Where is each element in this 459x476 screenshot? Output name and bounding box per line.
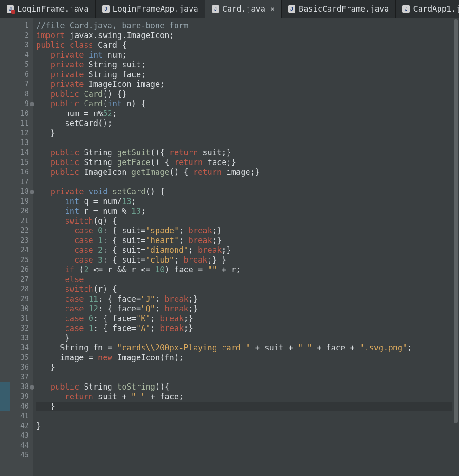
line-number[interactable]: 9: [0, 99, 33, 109]
line-number[interactable]: 10: [0, 109, 33, 119]
code-line[interactable]: if (2 <= r && r <= 10) face = "" + r;: [36, 265, 452, 275]
line-number[interactable]: 23: [0, 236, 33, 245]
close-icon[interactable]: ✕: [269, 5, 275, 13]
code-line[interactable]: int r = num % 13;: [36, 206, 452, 216]
code-line[interactable]: switch(r) {: [36, 284, 452, 294]
code-line[interactable]: public class Card {: [36, 40, 452, 50]
code-line[interactable]: case 1: { suit="heart"; break;}: [36, 236, 452, 245]
line-number[interactable]: 38: [0, 382, 33, 392]
code-line[interactable]: [36, 138, 452, 148]
line-number[interactable]: 3: [0, 40, 33, 50]
code-line[interactable]: String fn = "cards\\200px-Playing_card_"…: [36, 343, 452, 353]
fold-marker-icon[interactable]: [30, 385, 34, 390]
code-line[interactable]: }: [36, 333, 452, 343]
code-line[interactable]: setCard();: [36, 119, 452, 128]
code-line[interactable]: [36, 177, 452, 187]
line-number[interactable]: 1: [0, 21, 33, 31]
line-number[interactable]: 15: [0, 158, 33, 167]
fold-marker-icon[interactable]: [30, 190, 34, 194]
line-number[interactable]: 26: [0, 265, 33, 275]
code-line[interactable]: }: [36, 363, 452, 372]
tab-loginframeapp-java[interactable]: JLoginFrameApp.java: [96, 0, 205, 18]
code-line[interactable]: private void setCard() {: [36, 187, 452, 197]
line-number[interactable]: 42: [0, 421, 33, 431]
code-area[interactable]: //file Card.java, bare-bone formimport j…: [33, 18, 452, 476]
code-line[interactable]: public String getFace() { return face;}: [36, 158, 452, 167]
line-number[interactable]: 14: [0, 148, 33, 158]
line-number[interactable]: 34: [0, 343, 33, 353]
line-number[interactable]: 22: [0, 226, 33, 236]
code-line[interactable]: }: [36, 421, 452, 431]
line-number[interactable]: 7: [0, 79, 33, 89]
code-line[interactable]: case 0: { suit="spade"; break;}: [36, 226, 452, 236]
fold-marker-icon[interactable]: [30, 102, 34, 106]
line-number[interactable]: 45: [0, 450, 33, 460]
code-line[interactable]: case 0: { face="K"; break;}: [36, 314, 452, 324]
code-line[interactable]: case 12: { face="Q"; break;}: [36, 304, 452, 314]
line-number[interactable]: 40: [0, 402, 33, 411]
code-line[interactable]: case 1: { face="A"; break;}: [36, 324, 452, 333]
code-line[interactable]: public ImageIcon getImage() { return ima…: [36, 167, 452, 177]
code-line[interactable]: }: [36, 402, 452, 411]
line-number[interactable]: 24: [0, 245, 33, 255]
tab-loginframe-java[interactable]: JLoginFrame.java: [0, 0, 96, 18]
code-line[interactable]: image = new ImageIcon(fn);: [36, 353, 452, 363]
line-number[interactable]: 35: [0, 353, 33, 363]
code-line[interactable]: [36, 450, 452, 460]
code-line[interactable]: //file Card.java, bare-bone form: [36, 21, 452, 31]
line-number[interactable]: 43: [0, 431, 33, 441]
vertical-scrollbar[interactable]: [452, 18, 459, 476]
tab-card-java[interactable]: JCard.java✕: [205, 0, 282, 18]
code-line[interactable]: [36, 431, 452, 441]
line-number[interactable]: 25: [0, 255, 33, 265]
code-line[interactable]: case 3: { suit="club"; break;} }: [36, 255, 452, 265]
line-number[interactable]: 41: [0, 411, 33, 421]
code-line[interactable]: private String suit;: [36, 60, 452, 70]
line-number[interactable]: 39: [0, 392, 33, 402]
line-number[interactable]: 5: [0, 60, 33, 70]
code-line[interactable]: [36, 441, 452, 450]
line-number[interactable]: 19: [0, 197, 33, 206]
line-number[interactable]: 30: [0, 304, 33, 314]
code-line[interactable]: return suit + " " + face;: [36, 392, 452, 402]
scrollbar-thumb[interactable]: [454, 19, 458, 423]
code-line[interactable]: private String face;: [36, 70, 452, 79]
tab-basiccardframe-java[interactable]: JBasicCardFrame.java: [282, 0, 396, 18]
code-line[interactable]: [36, 411, 452, 421]
code-line[interactable]: public Card() {}: [36, 89, 452, 99]
code-line[interactable]: public String getSuit(){ return suit;}: [36, 148, 452, 158]
code-line[interactable]: int q = num/13;: [36, 197, 452, 206]
code-line[interactable]: }: [36, 128, 452, 138]
line-number[interactable]: 16: [0, 167, 33, 177]
line-number[interactable]: 27: [0, 275, 33, 284]
line-number[interactable]: 12: [0, 128, 33, 138]
code-line[interactable]: private ImageIcon image;: [36, 79, 452, 89]
code-line[interactable]: num = n%52;: [36, 109, 452, 119]
tab-cardapp1-java[interactable]: JCardApp1.java: [396, 0, 459, 18]
code-line[interactable]: case 11: { face="J"; break;}: [36, 294, 452, 304]
code-line[interactable]: case 2: { suit="diamond"; break;}: [36, 245, 452, 255]
line-number[interactable]: 17: [0, 177, 33, 187]
line-number[interactable]: 2: [0, 31, 33, 40]
code-line[interactable]: switch(q) {: [36, 216, 452, 226]
code-line[interactable]: public Card(int n) {: [36, 99, 452, 109]
code-line[interactable]: [36, 372, 452, 382]
line-number[interactable]: 4: [0, 50, 33, 60]
line-number[interactable]: 8: [0, 89, 33, 99]
line-number[interactable]: 33: [0, 333, 33, 343]
line-number[interactable]: 6: [0, 70, 33, 79]
line-number[interactable]: 32: [0, 324, 33, 333]
line-number[interactable]: 31: [0, 314, 33, 324]
line-number[interactable]: 44: [0, 441, 33, 450]
line-number[interactable]: 28: [0, 284, 33, 294]
line-number[interactable]: 20: [0, 206, 33, 216]
line-number[interactable]: 36: [0, 363, 33, 372]
line-number[interactable]: 11: [0, 119, 33, 128]
line-number[interactable]: 18: [0, 187, 33, 197]
line-number[interactable]: 37: [0, 372, 33, 382]
code-line[interactable]: else: [36, 275, 452, 284]
line-number[interactable]: 13: [0, 138, 33, 148]
code-line[interactable]: import javax.swing.ImageIcon;: [36, 31, 452, 40]
code-line[interactable]: private int num;: [36, 50, 452, 60]
line-number[interactable]: 29: [0, 294, 33, 304]
